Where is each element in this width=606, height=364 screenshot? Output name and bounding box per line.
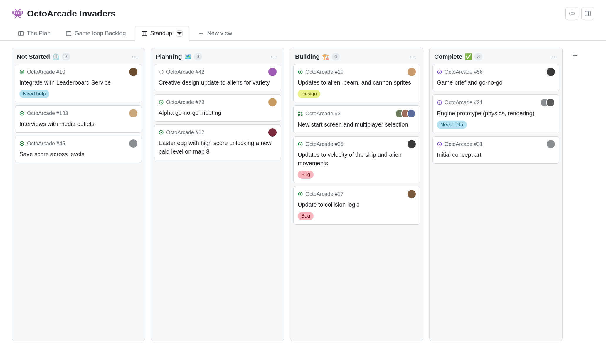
project-title: OctoArcade Invaders	[27, 9, 116, 18]
issue-open-icon	[298, 191, 303, 197]
gear-icon	[569, 10, 575, 17]
column-count: 3	[62, 53, 70, 60]
label-bug: Bug	[298, 171, 314, 179]
svg-point-24	[161, 132, 162, 133]
card-title: Save score across levels	[19, 150, 137, 159]
issue-closed-icon	[437, 69, 442, 75]
avatar	[408, 68, 416, 76]
card-ref: OctoArcade #3	[305, 111, 341, 117]
table-icon	[66, 31, 72, 36]
card[interactable]: OctoArcade #56 Game brief and go-no-go	[432, 64, 559, 91]
add-column-button[interactable]	[568, 49, 581, 62]
column-header: Not Started ⏲️ 3 ···	[12, 48, 145, 64]
column-emoji: ⏲️	[52, 53, 60, 60]
card[interactable]: OctoArcade #19 Updates to alien, beam, a…	[293, 64, 420, 102]
svg-rect-1	[585, 11, 590, 16]
card-ref: OctoArcade #10	[27, 69, 65, 75]
label-need-help: Need help	[19, 90, 49, 98]
svg-rect-9	[142, 31, 147, 36]
svg-point-19	[21, 143, 23, 144]
card-ref: OctoArcade #19	[305, 69, 344, 75]
column-cards: OctoArcade #19 Updates to alien, beam, a…	[290, 64, 423, 227]
column-cards: OctoArcade #42 Creative design update to…	[151, 64, 284, 163]
card-title: Game brief and go-no-go	[437, 78, 555, 87]
tab-game-loop-backlog[interactable]: Game loop Backlog	[59, 26, 132, 40]
card-title: Interviews with media outlets	[19, 120, 137, 128]
column-cards: OctoArcade #56 Game brief and go-no-go O…	[430, 64, 562, 166]
column-name: Planning	[156, 53, 182, 60]
project-title-wrap: 👾 OctoArcade Invaders	[12, 8, 116, 19]
tab-the-plan[interactable]: The Plan	[12, 26, 57, 40]
card-title: Engine prototype (physics, rendering)	[437, 109, 555, 118]
card[interactable]: OctoArcade #183 Interviews with media ou…	[15, 105, 142, 133]
column-cards: OctoArcade #10 Integrate with Leaderboar…	[12, 64, 145, 166]
svg-point-33	[300, 193, 301, 195]
svg-point-29	[301, 114, 302, 116]
panel-button[interactable]	[581, 7, 594, 20]
new-view-button[interactable]: New view	[192, 26, 239, 40]
card[interactable]: OctoArcade #10 Integrate with Leaderboar…	[15, 64, 142, 102]
column-emoji: 🏗️	[322, 53, 329, 60]
card[interactable]: OctoArcade #3 New start screen and multi…	[293, 105, 420, 133]
board-icon	[142, 31, 147, 36]
card[interactable]: OctoArcade #42 Creative design update to…	[154, 64, 281, 91]
avatar	[408, 190, 416, 198]
card-title: Updates to velocity of the ship and alie…	[298, 151, 416, 168]
settings-button[interactable]	[565, 7, 578, 20]
column-header: Complete ✅ 3 ···	[430, 48, 562, 64]
column-count: 3	[194, 53, 202, 60]
card-ref: OctoArcade #17	[305, 191, 344, 197]
column-menu-button[interactable]: ···	[130, 52, 140, 61]
avatar	[268, 128, 277, 136]
column-complete: Complete ✅ 3 ··· OctoArcade #56 Game bri…	[429, 48, 563, 341]
column-menu-button[interactable]: ···	[269, 52, 279, 61]
column-menu-button[interactable]: ···	[547, 52, 558, 61]
board: Not Started ⏲️ 3 ··· OctoArcade #10 Inte…	[0, 41, 606, 348]
column-title: Planning 🗺️ 3	[156, 53, 202, 60]
column-menu-button[interactable]: ···	[408, 52, 418, 61]
card-ref: OctoArcade #31	[445, 141, 483, 147]
svg-point-26	[300, 71, 301, 73]
card-title: Updates to alien, beam, and cannon sprit…	[298, 78, 416, 87]
card[interactable]: OctoArcade #45 Save score across levels	[15, 136, 142, 163]
svg-point-31	[300, 144, 301, 145]
column-not-started: Not Started ⏲️ 3 ··· OctoArcade #10 Inte…	[12, 48, 145, 341]
column-name: Building	[295, 53, 320, 60]
column-count: 3	[474, 53, 482, 60]
tab-label: The Plan	[27, 30, 51, 37]
tab-label: Game loop Backlog	[75, 30, 126, 37]
card-title: Integrate with Leaderboard Service	[19, 78, 137, 87]
plus-icon	[198, 31, 204, 36]
avatar-stack	[540, 98, 555, 107]
card-ref: OctoArcade #42	[166, 69, 204, 75]
card[interactable]: OctoArcade #79 Alpha go-no-go meeting	[154, 94, 281, 122]
avatar	[129, 109, 137, 117]
tab-standup[interactable]: Standup	[135, 26, 190, 41]
card[interactable]: OctoArcade #21 Engine prototype (physics…	[432, 94, 559, 133]
card-title: Update to collision logic	[298, 200, 416, 209]
issue-open-icon	[298, 69, 303, 75]
svg-point-17	[21, 113, 23, 114]
card[interactable]: OctoArcade #12 Easter egg with high scor…	[154, 124, 281, 160]
caret-down-icon	[176, 31, 182, 36]
svg-point-35	[437, 100, 442, 105]
column-count: 4	[332, 53, 340, 60]
issue-open-icon	[159, 100, 164, 105]
card-title: New start screen and multiplayer selecti…	[298, 120, 416, 129]
avatar-stack	[395, 109, 416, 118]
card[interactable]: OctoArcade #17 Update to collision logic…	[293, 186, 420, 225]
avatar	[547, 140, 555, 148]
tab-options-button[interactable]	[176, 30, 183, 37]
card-title: Creative design update to aliens for var…	[159, 78, 277, 87]
column-emoji: ✅	[465, 53, 472, 60]
column-name: Not Started	[17, 53, 50, 60]
issue-open-icon	[19, 111, 25, 116]
avatar	[268, 68, 277, 76]
column-title: Not Started ⏲️ 3	[17, 53, 70, 60]
card[interactable]: OctoArcade #31 Initial concept art	[432, 136, 559, 164]
table-icon	[18, 31, 24, 36]
issue-draft-icon	[159, 69, 164, 75]
pull-request-icon	[298, 111, 303, 116]
card[interactable]: OctoArcade #38 Updates to velocity of th…	[293, 136, 420, 183]
label-bug: Bug	[298, 212, 314, 220]
